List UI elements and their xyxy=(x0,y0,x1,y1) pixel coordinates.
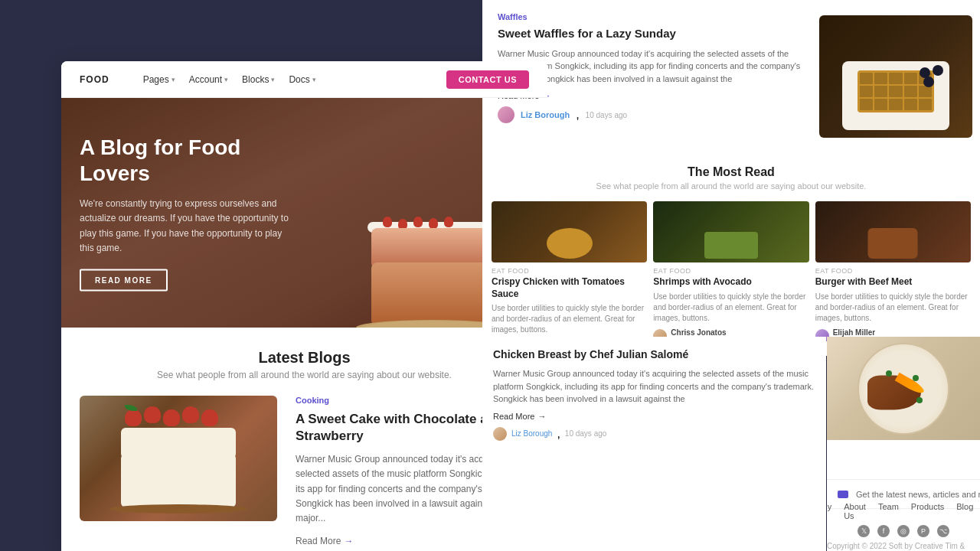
footer-link-products[interactable]: Products xyxy=(911,502,944,520)
mr-desc-3: Use border utilities to quickly style th… xyxy=(815,292,971,324)
strawberry-decoration xyxy=(429,218,438,229)
strawberry-decoration xyxy=(413,217,423,227)
mr-category-2: EAT FOOD xyxy=(653,267,808,275)
cake-body xyxy=(371,262,494,324)
burger-visual xyxy=(868,228,918,259)
blog-card-1: Cooking A Sweet Cake with Chocolate and … xyxy=(80,396,529,551)
author-avatar xyxy=(498,106,514,123)
hero-read-more-button[interactable]: READ MORE xyxy=(80,269,168,291)
strawberry-decoration xyxy=(444,217,453,227)
chicken-illustration xyxy=(492,201,647,262)
chicken-article: Chicken Breast by Chef Julian Salomé War… xyxy=(482,337,826,551)
blueberry xyxy=(920,67,930,78)
pinterest-icon[interactable]: P xyxy=(917,525,929,537)
navbar: FOOD Pages ▾ Account ▾ Blocks ▾ Docs ▾ C… xyxy=(61,61,547,98)
chevron-icon: ▾ xyxy=(271,76,275,83)
brand-logo: FOOD xyxy=(80,74,109,85)
waffles-title: Sweet Waffles for a Lazy Sunday xyxy=(498,26,804,41)
plate-circle xyxy=(858,343,949,435)
chicken-author-name: Liz Borough xyxy=(511,429,552,438)
chicken-date: 10 days ago xyxy=(565,429,607,438)
waffles-article: Waffles Sweet Waffles for a Lazy Sunday … xyxy=(482,0,980,153)
burger-illustration xyxy=(815,201,971,262)
mr-card-title-1: Crispy Chicken with Tomatoes Sauce xyxy=(492,276,647,300)
waffles-author-row: Liz Borough, 10 days ago xyxy=(498,106,804,123)
nav-blocks[interactable]: Blocks ▾ xyxy=(242,74,275,85)
chicken-image-panel: Get the latest news, articles and resour… xyxy=(827,337,980,551)
most-read-cards: EAT FOOD Crispy Chicken with Tomatoes Sa… xyxy=(492,201,971,356)
cake-plate xyxy=(109,504,247,514)
chevron-icon: ▾ xyxy=(224,76,228,83)
post-date: 10 days ago xyxy=(586,111,628,119)
most-read-subtitle: See what people from all around the worl… xyxy=(492,181,971,191)
arrow-icon: → xyxy=(344,536,353,546)
chicken-visual xyxy=(547,228,593,259)
latest-blogs-subtitle: See what people from all around the worl… xyxy=(80,370,529,380)
contact-us-button[interactable]: CONTACT US xyxy=(446,70,529,89)
strawberry xyxy=(182,406,199,423)
hero-section: A Blog for Food Lovers We're constantly … xyxy=(61,98,547,328)
chevron-icon: ▾ xyxy=(312,76,316,83)
footer-social-links: 𝕏 f ◎ P ⌥ xyxy=(858,525,949,537)
chicken-image xyxy=(827,337,980,440)
chevron-icon: ▾ xyxy=(172,76,175,83)
footer-link-blog[interactable]: Blog xyxy=(956,502,973,520)
chicken-title: Chicken Breast by Chef Julian Salomé xyxy=(493,347,815,361)
github-icon[interactable]: ⌥ xyxy=(937,525,949,537)
cake-top-layer xyxy=(371,228,494,266)
shrimps-visual xyxy=(704,232,758,259)
mr-image-1 xyxy=(492,201,647,262)
mr-card-title-2: Shrimps with Avocado xyxy=(653,276,808,289)
chicken-excerpt: Warner Music Group announced today it's … xyxy=(493,367,815,406)
footer-copyright: Copyright © 2022 Soft by Creative Tim & … xyxy=(827,542,980,552)
nav-account[interactable]: Account ▾ xyxy=(189,74,228,85)
hero-background: A Blog for Food Lovers We're constantly … xyxy=(61,98,547,328)
arrow-icon: → xyxy=(537,412,546,421)
chicken-author-avatar xyxy=(493,427,507,441)
right-panel: Waffles Sweet Waffles for a Lazy Sunday … xyxy=(482,0,980,551)
blueberry xyxy=(933,65,943,76)
strawberry xyxy=(125,409,142,426)
mr-category-3: EAT FOOD xyxy=(815,267,971,275)
newsletter-label: Get the latest news, articles and resour… xyxy=(856,490,980,499)
blog-read-more-link[interactable]: Read More → xyxy=(296,536,353,546)
waffle-grid xyxy=(860,73,932,110)
leaf xyxy=(125,405,137,411)
garnish-dot xyxy=(916,397,923,403)
waffle-plate xyxy=(842,61,949,130)
blog-image-cake xyxy=(80,396,277,521)
blueberry xyxy=(923,77,934,87)
garnish-dot xyxy=(913,375,919,381)
facebook-icon[interactable]: f xyxy=(877,525,890,537)
mr-author-3: Elijah Miller xyxy=(833,328,876,337)
right-bottom-section: Chicken Breast by Chef Julian Salomé War… xyxy=(482,337,980,551)
strawberry xyxy=(144,406,161,423)
cake-body xyxy=(121,454,236,507)
footer-link-team[interactable]: Team xyxy=(878,502,899,520)
mr-category-1: EAT FOOD xyxy=(492,267,647,275)
twitter-icon[interactable]: 𝕏 xyxy=(858,525,870,537)
nav-docs[interactable]: Docs ▾ xyxy=(289,74,315,85)
latest-blogs-title: Latest Blogs xyxy=(80,349,529,367)
strawberry xyxy=(163,409,180,426)
footer-link-company[interactable]: Company xyxy=(827,502,831,520)
most-read-card-3: EAT FOOD Burger with Beef Meet Use borde… xyxy=(815,201,971,356)
mr-author-2: Chriss Jonatos xyxy=(671,328,726,337)
most-read-card-2: EAT FOOD Shrimps with Avocado Use border… xyxy=(653,201,808,356)
chicken-read-more[interactable]: Read More → xyxy=(493,412,815,421)
author-name: Liz Borough xyxy=(521,110,570,119)
mr-desc-1: Use border utilities to quickly style th… xyxy=(492,303,647,335)
most-read-section: The Most Read See what people from all a… xyxy=(482,153,980,337)
nav-pages[interactable]: Pages ▾ xyxy=(143,74,175,85)
instagram-icon[interactable]: ◎ xyxy=(897,525,910,537)
footer: Company About Us Team Products Blog Pric… xyxy=(827,508,980,551)
strawberry xyxy=(201,409,218,426)
left-panel: FOOD Pages ▾ Account ▾ Blocks ▾ Docs ▾ C… xyxy=(61,61,547,551)
meat-plate-illustration xyxy=(827,337,980,440)
nav-links: Pages ▾ Account ▾ Blocks ▾ Docs ▾ xyxy=(143,74,428,85)
footer-links: Company About Us Team Products Blog Pric… xyxy=(827,502,980,520)
shrimps-illustration xyxy=(653,201,808,262)
mr-image-2 xyxy=(653,201,808,262)
footer-link-about[interactable]: About Us xyxy=(844,502,866,520)
chicken-author-row: Liz Borough, 10 days ago xyxy=(493,427,815,441)
